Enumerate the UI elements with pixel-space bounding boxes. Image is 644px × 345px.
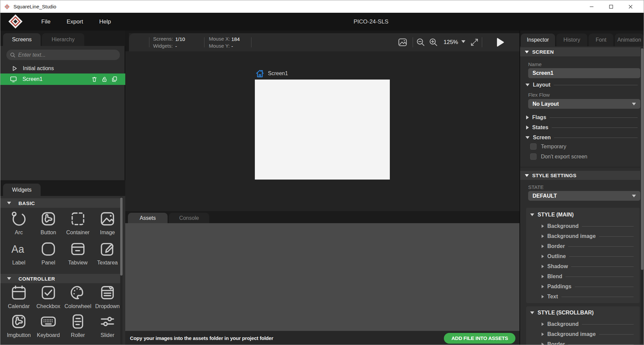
panel-widget-icon xyxy=(40,240,57,258)
style-item-text[interactable]: Text xyxy=(542,294,634,300)
tab-hierarchy[interactable]: Hierarchy xyxy=(42,33,84,46)
layout-section-header[interactable]: Layout xyxy=(525,82,640,88)
state-dropdown[interactable]: DEFAULT xyxy=(528,191,640,201)
close-icon xyxy=(628,4,634,10)
widget-dropdown[interactable]: Dropdown xyxy=(93,284,122,309)
temporary-checkbox-row: Temporary xyxy=(530,143,566,150)
widgets-panel: BASIC Arc Button Container Image Aa xyxy=(0,196,125,345)
add-file-into-assets-button[interactable]: ADD FILE INTO ASSETS xyxy=(444,333,515,344)
colorwheel-widget-icon xyxy=(69,284,87,301)
zoom-in-button[interactable] xyxy=(428,37,439,48)
widget-button[interactable]: Button xyxy=(34,210,63,236)
assets-content[interactable] xyxy=(125,223,519,331)
inspector-scrollbar-thumb[interactable] xyxy=(641,48,643,270)
arc-widget-icon xyxy=(10,210,28,228)
zoom-out-button[interactable] xyxy=(415,37,426,48)
imgbutton-widget-icon xyxy=(10,313,28,330)
dont-export-checkbox[interactable] xyxy=(530,153,537,160)
design-canvas[interactable] xyxy=(255,80,390,180)
background-image-button[interactable] xyxy=(397,37,408,48)
flags-section-header[interactable]: Flags xyxy=(526,114,640,120)
style-item-paddings[interactable]: Paddings xyxy=(542,284,634,290)
widget-label[interactable]: Aa Label xyxy=(4,240,34,266)
inspector-scrollbar[interactable] xyxy=(641,47,643,343)
zoom-dropdown-button[interactable] xyxy=(461,40,465,43)
screen-sub-section-header[interactable]: Screen xyxy=(525,135,640,141)
style-item-background[interactable]: Background xyxy=(542,223,634,229)
temporary-checkbox[interactable] xyxy=(530,143,537,150)
roller-widget-icon xyxy=(69,313,87,330)
style-item-background-image[interactable]: Background image xyxy=(542,233,634,239)
tab-animation[interactable]: Animation xyxy=(615,34,644,46)
style-settings-header[interactable]: STYLE SETTINGS xyxy=(520,171,640,180)
widget-checkbox[interactable]: Checkbox xyxy=(34,284,63,309)
widget-keyboard[interactable]: Keyboard xyxy=(34,313,63,338)
widgets-scrollbar[interactable] xyxy=(120,197,123,344)
widget-slider[interactable]: Slider xyxy=(93,313,122,338)
stat-mousey-label: Mouse Y: xyxy=(209,43,230,49)
minimize-button[interactable] xyxy=(582,1,601,13)
maximize-button[interactable] xyxy=(601,1,621,13)
screen-section-header[interactable]: SCREEN xyxy=(520,47,640,56)
collapse-controller-icon xyxy=(7,277,11,280)
states-section-header[interactable]: States xyxy=(526,125,640,131)
style-main-header[interactable]: STYLE (MAIN) xyxy=(530,212,574,218)
minimize-icon xyxy=(589,4,595,10)
tab-screens[interactable]: Screens xyxy=(3,33,41,46)
widget-container[interactable]: Container xyxy=(63,210,93,236)
style-item-shadow[interactable]: Shadow xyxy=(542,263,634,269)
button-widget-icon xyxy=(40,210,57,228)
style-item-sb-background[interactable]: Background xyxy=(542,321,634,327)
flex-flow-value: No Layout xyxy=(533,101,559,107)
stat-widgets-value: - xyxy=(175,43,177,49)
widget-textarea[interactable]: Textarea xyxy=(93,240,122,266)
widget-panel[interactable]: Panel xyxy=(34,240,63,266)
style-item-outline[interactable]: Outline xyxy=(542,253,634,259)
search-input[interactable] xyxy=(18,52,112,58)
tab-history[interactable]: History xyxy=(556,34,587,46)
widget-image[interactable]: Image xyxy=(93,210,122,236)
style-item-border[interactable]: Border xyxy=(542,243,634,249)
tab-console[interactable]: Console xyxy=(169,213,209,223)
expand-icon xyxy=(542,245,544,248)
widgets-scrollbar-thumb[interactable] xyxy=(120,198,123,276)
style-item-blend[interactable]: Blend xyxy=(542,274,634,280)
tab-assets[interactable]: Assets xyxy=(128,213,168,223)
duplicate-screen-icon[interactable] xyxy=(111,76,118,83)
initial-actions-item[interactable]: Initial actions xyxy=(0,63,125,73)
menu-export[interactable]: Export xyxy=(58,18,91,25)
section-controller[interactable]: CONTROLLER xyxy=(0,274,121,283)
style-item-sb-background-image[interactable]: Background image xyxy=(542,331,634,337)
zoom-level[interactable]: 125% xyxy=(444,39,458,46)
style-scrollbar-header[interactable]: STYLE (SCROLLBAR) xyxy=(530,310,594,316)
widget-imgbutton[interactable]: Imgbutton xyxy=(4,313,34,338)
screen-name-input[interactable] xyxy=(533,70,630,76)
initial-actions-label: Initial actions xyxy=(23,65,54,71)
dont-export-checkbox-row: Don't export screen xyxy=(530,153,587,160)
section-basic[interactable]: BASIC xyxy=(0,198,121,208)
fit-screen-button[interactable] xyxy=(469,37,480,48)
layout-title: Layout xyxy=(533,82,550,88)
widget-colorwheel[interactable]: Colorwheel xyxy=(63,284,93,309)
widget-roller[interactable]: Roller xyxy=(63,313,93,338)
flex-flow-dropdown[interactable]: No Layout xyxy=(528,99,640,109)
unlock-screen-icon[interactable] xyxy=(101,76,108,83)
style-item-sb-border[interactable]: Border xyxy=(542,341,634,345)
widget-arc[interactable]: Arc xyxy=(4,210,34,236)
widget-calendar[interactable]: Calendar xyxy=(4,284,34,309)
play-button[interactable] xyxy=(493,37,507,48)
tab-widgets[interactable]: Widgets xyxy=(3,184,41,196)
menu-help[interactable]: Help xyxy=(91,18,119,25)
close-button[interactable] xyxy=(621,1,640,13)
stat-widgets-label: Widgets: xyxy=(153,43,173,49)
screens-tabstrip: Screens Hierarchy xyxy=(0,31,125,46)
tab-font[interactable]: Font xyxy=(589,34,613,46)
expand-icon xyxy=(542,225,544,228)
tab-inspector[interactable]: Inspector xyxy=(521,34,555,46)
widget-tabview[interactable]: Tabview xyxy=(63,240,93,266)
expand-icon xyxy=(542,333,544,336)
delete-screen-icon[interactable] xyxy=(91,76,98,83)
screen1-item[interactable]: Screen1 xyxy=(0,73,125,85)
menu-file[interactable]: File xyxy=(33,18,58,25)
states-title: States xyxy=(532,125,548,131)
